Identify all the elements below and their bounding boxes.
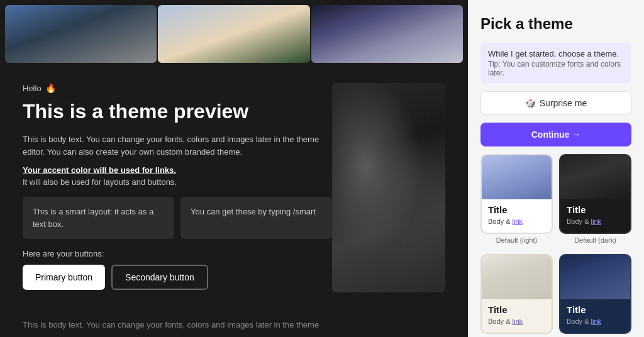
preview-title: This is a theme preview: [23, 99, 332, 123]
smart-boxes: This is a smart layout: it acts as a tex…: [23, 197, 332, 239]
continue-button[interactable]: Continue →: [480, 123, 631, 146]
person-image: [158, 5, 309, 63]
theme-dark-info: Title Body & link: [560, 199, 630, 233]
body-text: This is body text. You can change your f…: [23, 133, 332, 158]
hint-main: While I get started, choose a theme.: [488, 49, 624, 58]
bottom-text: This is body text. You can change your f…: [23, 320, 319, 329]
theme-oatmeal-body-text: Body &: [488, 318, 513, 325]
theme-light-title: Title: [488, 204, 545, 215]
theme-wrapper-oatmeal: Title Body & link Oatmeal: [480, 254, 553, 337]
theme-hint-box: While I get started, choose a theme. Tip…: [480, 43, 631, 84]
theme-wrapper-marine: Title Body & link Marine: [559, 254, 631, 337]
theme-marine-body: Body & link: [567, 318, 601, 325]
theme-oatmeal-image: [482, 255, 552, 299]
theme-dark-body: Body & link: [567, 218, 601, 225]
theme-marine-body-text: Body &: [567, 318, 591, 325]
theme-light-link: link: [513, 218, 523, 225]
smart-box-2-text: You can get these by typing /smart: [191, 207, 316, 216]
secondary-button[interactable]: Secondary button: [111, 265, 208, 290]
primary-button[interactable]: Primary button: [23, 265, 105, 290]
flame-icon: 🔥: [45, 83, 56, 93]
accent-sub: It will also be used for layouts and but…: [23, 177, 332, 187]
theme-marine-info: Title Body & link: [560, 299, 630, 333]
theme-grid: Title Body & link Default (light) Title …: [480, 154, 631, 337]
theme-oatmeal-info: Title Body & link: [482, 299, 552, 333]
theme-marine-label: Marine: [559, 334, 631, 337]
theme-preview-card: Hello 🔥 This is a theme preview This is …: [5, 68, 463, 307]
theme-marine-link: link: [591, 318, 602, 325]
abstract-image: [332, 83, 445, 292]
hello-label: Hello 🔥: [23, 83, 332, 93]
theme-oatmeal-body: Body & link: [488, 318, 523, 325]
surprise-me-button[interactable]: 🎲 Surprise me: [480, 91, 631, 115]
theme-oatmeal-title: Title: [488, 304, 545, 315]
right-panel: Pick a theme While I get started, choose…: [468, 0, 644, 337]
theme-light-body-text: Body &: [488, 218, 513, 225]
smart-box-1-text: This is a smart layout: it acts as a tex…: [33, 207, 153, 229]
theme-marine-image: [560, 255, 630, 299]
theme-dark-link: link: [591, 218, 602, 225]
theme-card-light[interactable]: Title Body & link: [480, 154, 553, 234]
theme-card-dark[interactable]: Title Body & link: [559, 154, 631, 234]
theme-dark-body-text: Body &: [567, 218, 591, 225]
mountain-image: [5, 5, 157, 63]
theme-light-body: Body & link: [488, 218, 523, 225]
sparkle-image: [311, 5, 463, 63]
smart-box-1[interactable]: This is a smart layout: it acts as a tex…: [23, 197, 174, 239]
theme-oatmeal-label: Oatmeal: [480, 334, 553, 337]
theme-light-image: [482, 155, 552, 199]
theme-wrapper-dark: Title Body & link Default (dark): [559, 154, 631, 248]
theme-light-label: Default (light): [480, 234, 553, 248]
bottom-preview-text: This is body text. You can change your f…: [0, 312, 468, 337]
theme-card-oatmeal[interactable]: Title Body & link: [480, 254, 553, 334]
theme-light-info: Title Body & link: [482, 199, 552, 233]
theme-content: Hello 🔥 This is a theme preview This is …: [23, 83, 332, 292]
hello-text: Hello: [23, 84, 42, 93]
theme-dark-label: Default (dark): [559, 234, 631, 248]
theme-dark-image: [560, 155, 630, 199]
surprise-me-label: Surprise me: [540, 98, 587, 108]
theme-marine-title: Title: [567, 304, 624, 315]
top-images: [0, 0, 468, 63]
left-panel: Hello 🔥 This is a theme preview This is …: [0, 0, 468, 337]
hint-tip: Tip: You can customize fonts and colors …: [488, 60, 624, 77]
theme-dark-title: Title: [567, 204, 624, 215]
pick-theme-title: Pick a theme: [480, 15, 631, 33]
dice-icon: 🎲: [525, 98, 536, 108]
accent-link: Your accent color will be used for links…: [23, 165, 332, 175]
theme-card-marine[interactable]: Title Body & link: [559, 254, 631, 334]
buttons-label: Here are your buttons:: [23, 249, 332, 258]
theme-wrapper-light: Title Body & link Default (light): [480, 154, 553, 248]
button-row: Primary button Secondary button: [23, 265, 332, 290]
theme-oatmeal-link: link: [513, 318, 523, 325]
continue-label: Continue →: [531, 130, 581, 140]
smart-box-2[interactable]: You can get these by typing /smart: [180, 197, 332, 239]
